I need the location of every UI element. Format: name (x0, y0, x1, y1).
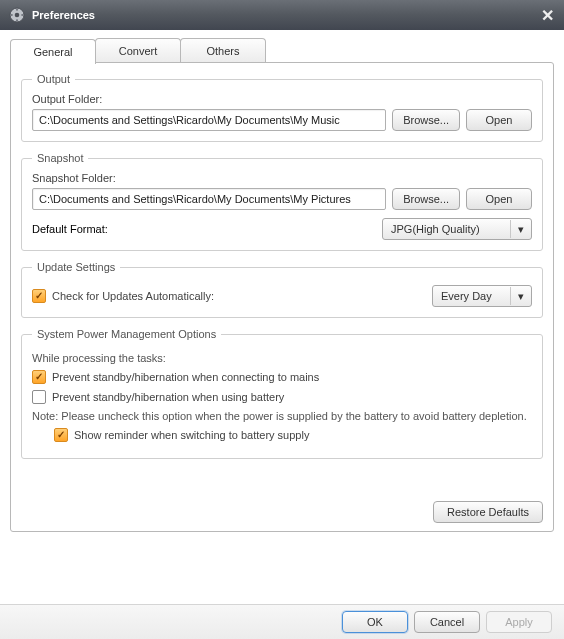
output-legend: Output (32, 73, 75, 85)
update-legend: Update Settings (32, 261, 120, 273)
show-reminder-checkbox[interactable] (54, 428, 68, 442)
update-frequency-select[interactable]: Every Day ▾ (432, 285, 532, 307)
tab-general[interactable]: General (10, 39, 96, 64)
chevron-down-icon: ▾ (515, 290, 527, 303)
default-format-value: JPG(High Quality) (391, 223, 504, 235)
snapshot-group: Snapshot Snapshot Folder: Browse... Open… (21, 152, 543, 251)
tab-convert[interactable]: Convert (95, 38, 181, 62)
output-group: Output Output Folder: Browse... Open (21, 73, 543, 142)
snapshot-open-button[interactable]: Open (466, 188, 532, 210)
apply-button: Apply (486, 611, 552, 633)
show-reminder-label: Show reminder when switching to battery … (74, 429, 309, 441)
output-browse-button[interactable]: Browse... (392, 109, 460, 131)
snapshot-folder-label: Snapshot Folder: (32, 172, 532, 184)
cancel-button[interactable]: Cancel (414, 611, 480, 633)
default-format-select[interactable]: JPG(High Quality) ▾ (382, 218, 532, 240)
tab-others[interactable]: Others (180, 38, 266, 62)
power-note: Note: Please uncheck this option when th… (32, 410, 532, 422)
prevent-standby-mains-label: Prevent standby/hibernation when connect… (52, 371, 319, 383)
restore-defaults-button[interactable]: Restore Defaults (433, 501, 543, 523)
output-folder-input[interactable] (32, 109, 386, 131)
tab-label: General (33, 46, 72, 58)
update-frequency-value: Every Day (441, 290, 504, 302)
check-updates-checkbox[interactable] (32, 289, 46, 303)
tabstrip: General Convert Others (10, 38, 554, 63)
check-updates-label: Check for Updates Automatically: (52, 290, 214, 302)
power-management-group: System Power Management Options While pr… (21, 328, 543, 459)
svg-point-4 (11, 14, 13, 16)
power-legend: System Power Management Options (32, 328, 221, 340)
output-folder-label: Output Folder: (32, 93, 532, 105)
close-icon[interactable]: ✕ (538, 6, 556, 24)
dialog-footer: OK Cancel Apply (0, 604, 564, 639)
svg-point-1 (15, 13, 20, 18)
ok-button[interactable]: OK (342, 611, 408, 633)
window-title: Preferences (32, 9, 95, 21)
app-icon (8, 6, 26, 24)
power-while-label: While processing the tasks: (32, 352, 532, 364)
prevent-standby-mains-checkbox[interactable] (32, 370, 46, 384)
tab-label: Others (206, 45, 239, 57)
svg-point-2 (16, 9, 18, 11)
output-open-button[interactable]: Open (466, 109, 532, 131)
title-bar: Preferences ✕ (0, 0, 564, 30)
content-area: General Convert Others Output Output Fol… (0, 30, 564, 538)
tab-body: Output Output Folder: Browse... Open Sna… (10, 62, 554, 532)
tab-label: Convert (119, 45, 158, 57)
chevron-down-icon: ▾ (515, 223, 527, 236)
default-format-label: Default Format: (32, 223, 108, 235)
svg-point-5 (21, 14, 23, 16)
snapshot-legend: Snapshot (32, 152, 88, 164)
svg-point-3 (16, 19, 18, 21)
snapshot-browse-button[interactable]: Browse... (392, 188, 460, 210)
prevent-standby-battery-checkbox[interactable] (32, 390, 46, 404)
update-settings-group: Update Settings Check for Updates Automa… (21, 261, 543, 318)
prevent-standby-battery-label: Prevent standby/hibernation when using b… (52, 391, 284, 403)
snapshot-folder-input[interactable] (32, 188, 386, 210)
